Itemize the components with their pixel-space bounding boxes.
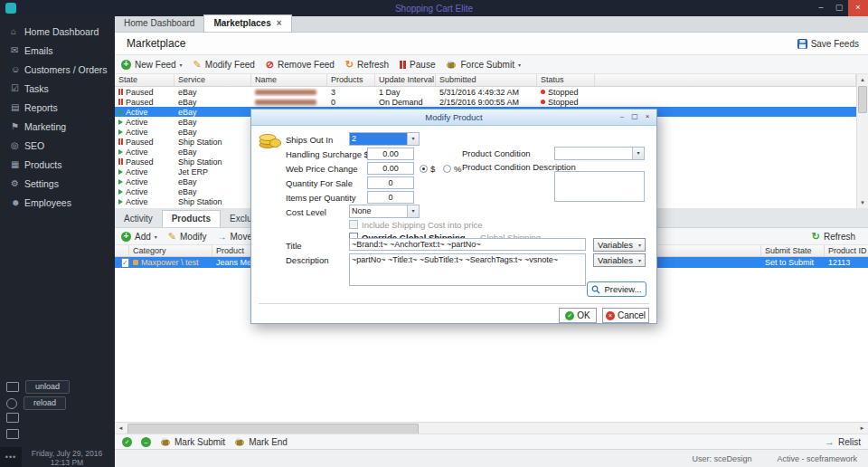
column-header-checkbox[interactable] <box>115 245 129 256</box>
modify-button[interactable]: ✎ Modify <box>168 231 207 243</box>
feed-state-cell: Active <box>115 128 175 137</box>
column-header-status[interactable]: Status <box>537 74 595 86</box>
window-minimize-button[interactable]: – <box>812 0 830 16</box>
scroll-right-icon[interactable]: ► <box>856 423 868 434</box>
preview-button[interactable]: Preview... <box>587 281 646 297</box>
column-header-category[interactable]: Category <box>129 245 212 256</box>
column-header-state[interactable]: State <box>115 74 175 86</box>
description-input[interactable] <box>349 253 586 286</box>
green-dash-icon[interactable]: – <box>141 437 151 447</box>
add-button[interactable]: + Add ▾ <box>121 232 157 242</box>
dialog-maximize-button[interactable]: ▢ <box>628 110 641 125</box>
pause-icon <box>118 158 123 165</box>
pause-label: Pause <box>410 60 435 70</box>
tab-marketplaces[interactable]: Marketplaces × <box>203 14 291 32</box>
tab-home-dashboard[interactable]: Home Dashboard <box>115 15 203 32</box>
application-window: Shopping Cart Elite – ▢ × ⌂Home Dashboar… <box>0 0 868 467</box>
ships-out-in-label: Ships Out In <box>286 135 333 145</box>
sidebar-item-employees[interactable]: ☻Employees <box>0 193 115 212</box>
save-feeds-button[interactable]: Save Feeds <box>797 39 859 49</box>
scrollbar-thumb[interactable] <box>858 86 867 113</box>
remove-feed-button[interactable]: ⊘ Remove Feed <box>266 59 335 71</box>
remove-feed-label: Remove Feed <box>278 60 335 70</box>
title-variables-button[interactable]: Variables ▾ <box>593 238 646 252</box>
more-button[interactable]: ••• <box>0 447 22 467</box>
force-submit-button[interactable]: Force Submit ▾ <box>446 60 520 70</box>
products-horizontal-scrollbar[interactable]: ◄ ► <box>115 422 868 434</box>
feed-row[interactable]: PausedeBay31 Day5/31/2016 4:49:32 AMStop… <box>115 87 856 97</box>
web-price-change-input[interactable] <box>367 162 414 175</box>
sidebar-item-label: Emails <box>24 45 53 56</box>
column-header-products[interactable]: Products <box>327 74 375 86</box>
ok-button[interactable]: ✓ OK <box>559 308 597 323</box>
window-close-button[interactable]: × <box>848 0 868 16</box>
sidebar-item-products[interactable]: ▦Products <box>0 155 115 174</box>
handling-surcharge-input[interactable] <box>367 148 414 160</box>
chevron-down-icon: ▾ <box>518 62 521 68</box>
keypad-icon[interactable] <box>6 413 19 423</box>
refresh-label: Refresh <box>357 60 389 70</box>
description-variables-button[interactable]: Variables ▾ <box>593 253 646 267</box>
scanner-icon[interactable] <box>6 429 19 439</box>
close-tab-icon[interactable]: × <box>277 19 282 28</box>
new-feed-button[interactable]: + New Feed ▾ <box>121 60 183 70</box>
column-header-name[interactable]: Name <box>251 74 327 86</box>
percent-radio[interactable] <box>443 165 451 173</box>
feeds-toolbar: + New Feed ▾ ✎ Modify Feed ⊘ Remove Feed… <box>115 55 868 74</box>
chevron-down-icon: ▾ <box>632 148 644 159</box>
play-icon <box>118 110 123 115</box>
ships-out-in-select[interactable]: 2 ▾ <box>349 132 420 146</box>
feed-state-label: Paused <box>126 88 154 97</box>
feed-row[interactable]: PausedeBay0On Demand2/15/2016 9:00:55 AM… <box>115 97 856 107</box>
window-maximize-button[interactable]: ▢ <box>830 0 848 16</box>
sidebar-item-customers-orders[interactable]: ☺Customers / Orders <box>0 60 115 79</box>
refresh-button[interactable]: ↻ Refresh <box>345 59 389 71</box>
products-refresh-button[interactable]: ↻ Refresh <box>812 231 855 243</box>
mark-submit-button[interactable]: Mark Submit <box>160 437 225 447</box>
column-header-submit-state[interactable]: Submit State <box>761 245 825 256</box>
cost-level-select[interactable]: None ▾ <box>349 205 420 218</box>
dialog-minimize-button[interactable]: – <box>616 110 628 125</box>
scroll-up-icon[interactable]: ▲ <box>857 74 868 85</box>
tab-products[interactable]: Products <box>162 210 221 227</box>
title-input[interactable] <box>349 238 586 251</box>
dollar-radio[interactable] <box>420 165 428 173</box>
column-header-update-interval[interactable]: Update Interval <box>375 74 436 86</box>
reload-button[interactable]: reload <box>24 396 66 410</box>
include-shipping-checkbox[interactable] <box>349 220 358 229</box>
sidebar-item-emails[interactable]: ✉Emails <box>0 41 115 60</box>
column-header-product-id[interactable]: Product ID <box>825 245 868 256</box>
window-titlebar[interactable]: Shopping Cart Elite – ▢ × <box>0 0 868 16</box>
product-condition-select[interactable]: ▾ <box>554 147 645 160</box>
seo-icon: ◎ <box>11 140 24 150</box>
scroll-left-icon[interactable]: ◄ <box>115 423 127 434</box>
unload-button[interactable]: unload <box>25 380 70 394</box>
pause-button[interactable]: Pause <box>400 60 435 70</box>
dialog-close-button[interactable]: × <box>641 110 654 125</box>
scroll-down-icon[interactable]: ▼ <box>857 197 868 208</box>
feed-service-cell: Jet ERP <box>175 167 251 176</box>
relist-button[interactable]: → Relist <box>825 436 861 447</box>
green-check-icon[interactable]: ✓ <box>122 437 132 447</box>
column-header-submitted[interactable]: Submitted <box>436 74 537 86</box>
quantity-for-sale-input[interactable] <box>367 176 414 189</box>
mark-end-button[interactable]: Mark End <box>234 437 288 447</box>
items-per-quantity-input[interactable] <box>367 191 414 204</box>
sidebar-item-seo[interactable]: ◎SEO <box>0 136 115 155</box>
product-condition-description-input[interactable] <box>554 171 645 202</box>
sidebar-item-tasks[interactable]: ☑Tasks <box>0 79 115 98</box>
modify-feed-button[interactable]: ✎ Modify Feed <box>193 59 255 71</box>
variables-label: Variables <box>598 255 633 265</box>
feed-status-label: Stopped <box>548 88 579 97</box>
column-header-service[interactable]: Service <box>175 74 251 86</box>
sidebar-item-settings[interactable]: ⚙Settings <box>0 174 115 193</box>
cancel-button[interactable]: × Cancel <box>602 308 649 323</box>
tab-activity[interactable]: Activity <box>115 211 162 227</box>
feeds-vertical-scrollbar[interactable]: ▲ ▼ <box>856 74 868 208</box>
row-checkbox[interactable]: ✓ <box>121 258 129 267</box>
sidebar-item-marketing[interactable]: ⚑Marketing <box>0 117 115 136</box>
sidebar-item-home-dashboard[interactable]: ⌂Home Dashboard <box>0 22 115 41</box>
sidebar-item-reports[interactable]: ▤Reports <box>0 98 115 117</box>
variables-label: Variables <box>598 240 633 250</box>
dialog-titlebar[interactable]: Modify Product – ▢ × <box>251 110 656 126</box>
